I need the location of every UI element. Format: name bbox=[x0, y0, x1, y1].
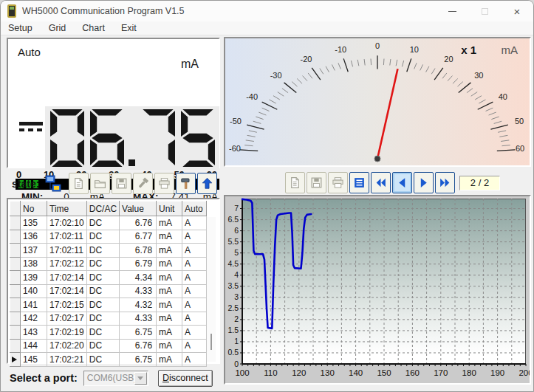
svg-text:4: 4 bbox=[234, 270, 239, 279]
row-selector[interactable] bbox=[10, 312, 21, 326]
svg-text:20: 20 bbox=[444, 55, 453, 63]
row-selector[interactable] bbox=[10, 230, 21, 244]
table-row[interactable]: 13717:02:11DC6.78mAA bbox=[10, 244, 207, 258]
gauge-dial: -60-50-40-30-20-100102030405060 bbox=[225, 38, 530, 165]
chart-buttons bbox=[285, 172, 455, 193]
cell-no: 141 bbox=[21, 298, 47, 312]
cell-time: 17:02:17 bbox=[47, 312, 87, 326]
svg-text:1.5: 1.5 bbox=[227, 326, 239, 334]
cell-no: 138 bbox=[21, 257, 47, 271]
minimize-button[interactable] bbox=[436, 1, 468, 21]
cell-value: 6.78 bbox=[120, 244, 157, 258]
trend-chart: 00.511.522.533.544.555.566.5710011012013… bbox=[225, 196, 530, 383]
next-page-button[interactable] bbox=[414, 172, 434, 193]
menu-chart[interactable]: Chart bbox=[74, 23, 113, 33]
row-selector[interactable] bbox=[10, 339, 21, 353]
cell-dcac: DC bbox=[86, 298, 119, 312]
row-selector[interactable] bbox=[10, 353, 21, 367]
close-button[interactable]: × bbox=[501, 1, 533, 21]
svg-text:3.5: 3.5 bbox=[227, 281, 239, 290]
chevron-down-icon[interactable] bbox=[134, 372, 147, 385]
disconnect-button[interactable]: Disconnect bbox=[158, 370, 213, 387]
cell-auto: A bbox=[182, 339, 207, 353]
gauge-needle bbox=[377, 69, 397, 159]
cell-auto: A bbox=[182, 216, 207, 230]
svg-text:110: 110 bbox=[264, 368, 277, 377]
row-selector[interactable] bbox=[10, 244, 21, 258]
up-arrow-icon bbox=[201, 177, 213, 190]
first-page-button[interactable] bbox=[371, 172, 391, 193]
svg-text:-20: -20 bbox=[301, 55, 312, 63]
table-row[interactable]: 13617:02:11DC6.77mAA bbox=[10, 230, 207, 244]
row-selector[interactable] bbox=[10, 326, 21, 340]
cell-no: 145 bbox=[21, 353, 47, 367]
port-select[interactable]: COM6(USB) bbox=[83, 371, 148, 386]
column-header-dcac: DC/AC bbox=[86, 202, 119, 216]
svg-text:0: 0 bbox=[375, 41, 380, 50]
last-page-button[interactable] bbox=[435, 172, 455, 193]
save-file-button bbox=[112, 173, 131, 194]
upload-button[interactable] bbox=[197, 173, 217, 194]
cell-time: 17:02:10 bbox=[47, 216, 87, 230]
menu-grid[interactable]: Grid bbox=[41, 23, 75, 33]
menu-setup[interactable]: Setup bbox=[1, 23, 41, 33]
maximize-icon bbox=[482, 8, 488, 15]
data-list-button[interactable] bbox=[349, 172, 369, 193]
double-right-arrow-icon bbox=[439, 176, 451, 189]
tools-button[interactable] bbox=[176, 173, 196, 194]
cell-dcac: DC bbox=[86, 216, 119, 230]
page-icon bbox=[72, 177, 85, 190]
minimize-icon bbox=[448, 11, 456, 12]
row-selector[interactable] bbox=[10, 284, 21, 298]
port-bar: Select a port: COM6(USB) Disconnect bbox=[1, 366, 224, 390]
svg-text:50: 50 bbox=[515, 117, 524, 125]
cell-unit: mA bbox=[157, 312, 182, 326]
range-mode-label: Auto bbox=[18, 46, 41, 58]
cell-time: 17:02:11 bbox=[47, 230, 87, 244]
table-scrollbar[interactable] bbox=[207, 217, 216, 362]
svg-text:5: 5 bbox=[234, 248, 239, 257]
cell-auto: A bbox=[182, 230, 207, 244]
svg-text:-10: -10 bbox=[335, 45, 346, 54]
floppy-icon bbox=[115, 177, 128, 190]
lcd-digit-7 bbox=[141, 109, 175, 167]
cell-unit: mA bbox=[157, 244, 182, 258]
prev-page-button[interactable] bbox=[392, 172, 412, 193]
cell-value: 4.33 bbox=[120, 284, 157, 298]
table-row[interactable]: 13817:02:12DC6.79mAA bbox=[10, 257, 207, 271]
row-selector[interactable] bbox=[10, 271, 21, 285]
app-icon bbox=[7, 4, 16, 18]
table-row[interactable]: 14117:02:15DC4.32mAA bbox=[10, 298, 207, 312]
table-row[interactable]: 13517:02:10DC6.76mAA bbox=[10, 216, 207, 230]
cell-auto: A bbox=[182, 312, 207, 326]
table-row[interactable]: 14017:02:14DC4.33mAA bbox=[10, 284, 207, 298]
lcd-digit-6 bbox=[90, 109, 124, 167]
cell-time: 17:02:20 bbox=[47, 339, 87, 353]
menu-exit[interactable]: Exit bbox=[113, 23, 145, 33]
row-selector[interactable] bbox=[10, 257, 21, 271]
table-row[interactable]: 14517:02:21DC6.75mAA bbox=[10, 353, 207, 367]
cell-value: 4.32 bbox=[120, 298, 157, 312]
table-row[interactable]: 14317:02:19DC6.75mAA bbox=[10, 326, 207, 340]
cell-auto: A bbox=[182, 298, 207, 312]
cell-no: 139 bbox=[21, 271, 47, 285]
table-row[interactable]: 14417:02:20DC6.76mAA bbox=[10, 339, 207, 353]
svg-text:170: 170 bbox=[434, 368, 448, 377]
svg-text:7: 7 bbox=[234, 204, 239, 213]
measurement-table: NoTimeDC/ACValueUnitAuto 13517:02:10DC6.… bbox=[10, 201, 207, 367]
svg-text:2.5: 2.5 bbox=[227, 303, 239, 312]
state-buttons bbox=[69, 173, 217, 194]
open-file-button bbox=[90, 173, 110, 194]
svg-text:6.5: 6.5 bbox=[227, 215, 239, 224]
maximize-button bbox=[468, 1, 501, 21]
svg-text:-40: -40 bbox=[246, 92, 258, 101]
cell-dcac: DC bbox=[86, 339, 119, 353]
app-window: WH5000 Communication Program V1.5 × Setu… bbox=[0, 0, 534, 392]
analog-gauge-panel: x 1 mA -60-50-40-30-20-100102030405060 bbox=[224, 37, 531, 167]
print-button bbox=[154, 173, 174, 194]
table-row[interactable]: 14217:02:17DC4.33mAA bbox=[10, 312, 207, 326]
row-selector[interactable] bbox=[10, 216, 21, 230]
cell-dcac: DC bbox=[86, 284, 119, 298]
table-row[interactable]: 13917:02:14DC4.34mAA bbox=[10, 271, 207, 285]
row-selector[interactable] bbox=[10, 298, 21, 312]
